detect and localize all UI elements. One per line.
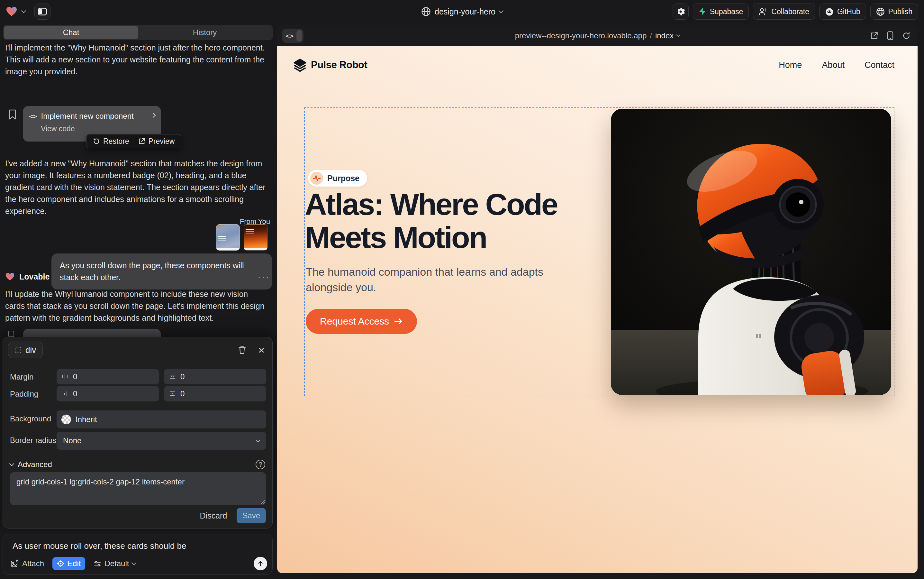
margin-x-icon <box>61 373 69 380</box>
card-actions-pill: Restore Preview <box>86 134 181 148</box>
workspace-chevron-icon[interactable] <box>21 8 26 13</box>
assistant-header: Lovable ··· <box>5 270 270 284</box>
advanced-toggle[interactable]: Advanced ? <box>10 459 265 470</box>
border-radius-value: None <box>63 436 82 445</box>
external-link-icon <box>138 138 145 145</box>
code-toggle-button[interactable]: <> <box>282 29 304 43</box>
settings-button[interactable] <box>673 3 689 20</box>
hero-heading: Atlas: Where Code Meets Motion <box>305 188 557 254</box>
assistant-message-2: I've added a new "Why Humanoid" section … <box>5 158 269 217</box>
nav-home[interactable]: Home <box>779 60 802 70</box>
classes-textarea[interactable]: grid grid-cols-1 lg:grid-cols-2 gap-12 i… <box>10 472 266 505</box>
element-name: div <box>25 345 36 355</box>
attach-image-icon <box>11 559 19 568</box>
nav-about[interactable]: About <box>822 60 845 70</box>
prompt-box[interactable]: As user mouse roll over, these cards sho… <box>3 534 273 575</box>
nav-contact[interactable]: Contact <box>865 60 895 70</box>
hero-selection-outline[interactable]: Purpose Atlas: Where Code Meets Motion T… <box>304 108 895 396</box>
supabase-button[interactable]: Supabase <box>693 3 749 20</box>
margin-label: Margin <box>10 373 33 381</box>
collaborate-icon <box>759 7 768 16</box>
attachment-thumbnail-1[interactable] <box>216 224 240 250</box>
chat-sidebar: Chat History I'll implement the "Why Hum… <box>0 23 275 579</box>
drag-handle[interactable] <box>296 30 302 41</box>
message-menu-icon[interactable]: ··· <box>258 275 270 278</box>
save-button[interactable]: Save <box>237 508 266 523</box>
lovable-logo-icon[interactable] <box>6 7 17 17</box>
margin-x-input[interactable]: 0 <box>57 369 159 384</box>
send-button[interactable] <box>254 557 267 570</box>
robot-image <box>611 109 891 395</box>
padding-y-value: 0 <box>180 389 184 398</box>
bookmark-icon[interactable] <box>8 110 17 119</box>
advanced-label: Advanced <box>18 460 52 469</box>
element-inspector-panel: div × Margin 0 0 Padding 0 <box>3 337 273 528</box>
pulse-icon <box>310 172 323 185</box>
sliders-icon <box>93 560 101 568</box>
background-label: Background <box>10 414 51 423</box>
delete-element-button[interactable] <box>238 346 246 355</box>
border-radius-select[interactable]: None <box>57 432 266 450</box>
refresh-icon[interactable] <box>902 31 911 40</box>
preview-button[interactable]: Preview <box>138 137 175 146</box>
publish-button[interactable]: Publish <box>870 3 918 20</box>
padding-y-icon <box>169 390 176 397</box>
arrow-right-icon <box>394 317 403 325</box>
project-name: design-your-hero <box>435 7 495 16</box>
assistant-message-3: I'll update the WhyHumanoid component to… <box>5 288 269 324</box>
site-nav: Home About Contact <box>779 60 895 70</box>
padding-x-input[interactable]: 0 <box>57 386 159 401</box>
preview-frame: <> preview--design-your-hero.lovable.app… <box>277 25 917 573</box>
github-button[interactable]: GitHub <box>819 3 866 20</box>
attach-button[interactable]: Attach <box>11 559 44 568</box>
preview-url[interactable]: preview--design-your-hero.lovable.app / … <box>515 31 680 40</box>
margin-y-value: 0 <box>180 372 184 381</box>
background-input[interactable]: Inherit <box>57 411 266 429</box>
padding-x-value: 0 <box>73 389 77 398</box>
tab-history[interactable]: History <box>138 26 272 39</box>
preview-toolbar: <> preview--design-your-hero.lovable.app… <box>277 25 917 46</box>
resize-handle-icon[interactable] <box>260 499 265 504</box>
collaborate-button[interactable]: Collaborate <box>753 3 815 20</box>
margin-y-input[interactable]: 0 <box>164 369 266 384</box>
view-code-link[interactable]: View code <box>41 124 155 133</box>
url-domain: preview--design-your-hero.lovable.app <box>515 31 647 40</box>
topbar-actions: Supabase Collaborate GitHub Publish <box>673 3 918 20</box>
lovable-app: design-your-hero Supabase Collaborate <box>0 0 924 579</box>
mobile-preview-icon[interactable] <box>887 31 894 40</box>
github-icon <box>825 7 834 16</box>
mode-select[interactable]: Default <box>93 559 135 568</box>
close-panel-button[interactable]: × <box>258 346 264 354</box>
supabase-icon <box>699 7 706 16</box>
element-chip[interactable]: div <box>8 342 43 358</box>
request-access-button[interactable]: Request Access <box>306 309 417 334</box>
project-switcher[interactable]: design-your-hero <box>421 0 503 23</box>
preview-viewport: Pulse Robot Home About Contact Purpose A… <box>277 46 917 573</box>
prompt-input[interactable]: As user mouse roll over, these cards sho… <box>13 541 186 551</box>
gear-icon <box>676 7 685 16</box>
chevron-down-icon <box>256 437 261 443</box>
padding-label: Padding <box>10 389 38 399</box>
restore-button[interactable]: Restore <box>93 137 129 146</box>
restore-icon <box>93 138 100 145</box>
help-icon[interactable]: ? <box>256 460 265 469</box>
sidebar-toggle-button[interactable] <box>34 3 51 20</box>
margin-y-icon <box>169 373 176 380</box>
padding-x-icon <box>61 390 69 397</box>
discard-button[interactable]: Discard <box>200 511 227 520</box>
hidden-bookmark-icon <box>8 331 14 337</box>
url-separator: / <box>650 31 652 40</box>
padding-y-input[interactable]: 0 <box>164 386 266 401</box>
tab-chat[interactable]: Chat <box>4 26 138 39</box>
lovable-heart-icon <box>5 272 15 281</box>
background-swatch <box>61 415 71 424</box>
site-header: Pulse Robot Home About Contact <box>293 53 895 77</box>
site-logo[interactable]: Pulse Robot <box>293 58 367 72</box>
edit-mode-button[interactable]: Edit <box>52 557 85 570</box>
target-icon <box>57 560 65 568</box>
topbar: design-your-hero Supabase Collaborate <box>0 0 924 23</box>
dashed-square-icon <box>15 347 21 353</box>
open-external-icon[interactable] <box>870 31 878 40</box>
code-icon: <> <box>29 112 37 120</box>
attachment-thumbnail-2[interactable] <box>244 224 268 250</box>
